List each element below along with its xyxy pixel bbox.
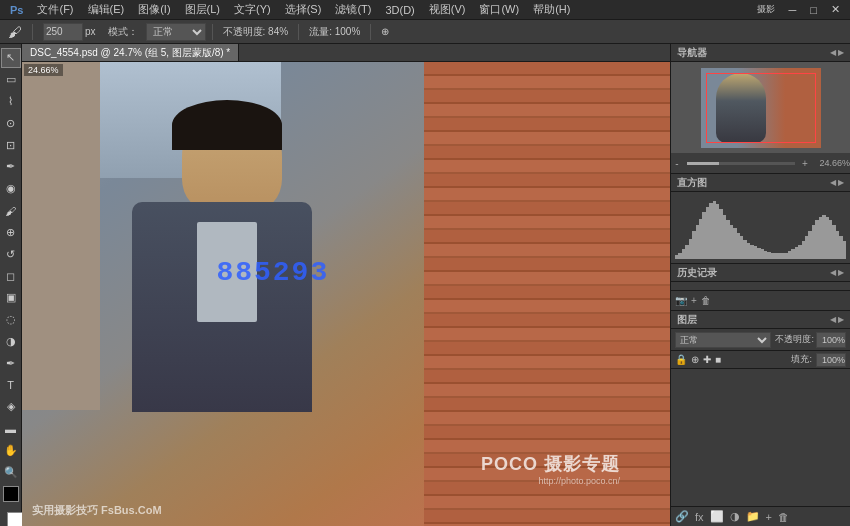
path-tool[interactable]: ◈ [1,397,21,417]
hist-panel-arrow-right[interactable]: ▶ [838,268,844,277]
airbrush-btn[interactable]: ⊕ [377,24,393,39]
layers-arrows: ◀ ▶ [830,315,844,324]
menu-bar: Ps 文件(F) 编辑(E) 图像(I) 图层(L) 文字(Y) 选择(S) 滤… [0,0,850,20]
histogram-content [671,192,850,263]
zoom-in-btn[interactable]: + [799,158,811,169]
clone-tool[interactable]: ⊕ [1,223,21,243]
nav-view-box [706,73,816,143]
poco-url-text: http://photo.poco.cn/ [538,476,620,486]
brush-size-unit: px [85,26,96,37]
pen-tool[interactable]: ✒ [1,353,21,373]
layer-mask-btn[interactable]: ⬜ [710,510,724,523]
layer-link-btn[interactable]: 🔗 [675,510,689,523]
navigator-header: 导航器 ◀ ▶ [671,44,850,62]
eyedropper-tool[interactable]: ✒ [1,157,21,177]
selection-tool[interactable]: ▭ [1,70,21,90]
histogram-bars [675,196,846,259]
menu-help[interactable]: 帮助(H) [527,0,576,19]
layer-adj-btn[interactable]: ◑ [730,510,740,523]
menu-ps[interactable]: Ps [4,2,29,18]
layer-group-btn[interactable]: 📁 [746,510,760,523]
crop-tool[interactable]: ⊡ [1,135,21,155]
hist-arrow-left[interactable]: ◀ [830,178,836,187]
histogram-panel: 直方图 ◀ ▶ [671,174,850,264]
nav-arrow-right[interactable]: ▶ [838,48,844,57]
navigator-zoom-bar: - + 24.66% [671,153,850,173]
menu-window[interactable]: 窗口(W) [473,0,525,19]
opacity-label: 不透明度: 84% [219,23,293,41]
navigator-content[interactable] [671,62,850,153]
blend-mode-select[interactable]: 正常 溶解 正片叠底 [146,23,206,41]
layers-header: 图层 ◀ ▶ [671,311,850,329]
navigator-title: 导航器 [677,46,707,60]
layer-delete-btn[interactable]: 🗑 [778,511,789,523]
foreground-color[interactable] [3,486,19,502]
layers-fill-row: 🔒 ⊕ ✚ ■ 填充: [671,351,850,369]
menu-view[interactable]: 视图(V) [423,0,472,19]
layers-fill-input[interactable] [816,353,846,367]
photo-background: 885293 POCO 摄影专题 http://photo.poco.cn/ 实… [22,62,670,526]
lasso-tool[interactable]: ⌇ [1,92,21,112]
history-new-btn[interactable]: + [691,295,697,306]
layers-arrow-right[interactable]: ▶ [838,315,844,324]
hist-arrow-right[interactable]: ▶ [838,178,844,187]
person-figure [52,92,422,412]
background-color[interactable] [7,512,23,526]
history-header: 历史记录 ◀ ▶ [671,264,850,282]
shape-tool[interactable]: ▬ [1,419,21,439]
history-snapshot-btn[interactable]: 📷 [675,295,687,306]
layers-blend-toolbar: 正常 溶解 正片叠底 不透明度: [671,329,850,351]
layers-arrow-left[interactable]: ◀ [830,315,836,324]
move-tool[interactable]: ↖ [1,48,21,68]
document-tab[interactable]: DSC_4554.psd @ 24.7% (组 5, 图层蒙版/8) * [22,44,239,61]
maximize-btn[interactable]: □ [804,2,823,18]
menu-edit[interactable]: 编辑(E) [82,0,131,19]
zoom-out-btn[interactable]: - [671,158,683,169]
layer-blend-select[interactable]: 正常 溶解 正片叠底 [675,332,771,348]
menu-layer[interactable]: 图层(L) [179,0,226,19]
blur-tool[interactable]: ◌ [1,310,21,330]
workspace-btn[interactable]: 摄影 [751,1,781,18]
gradient-tool[interactable]: ▣ [1,288,21,308]
layers-lock-icon: 🔒 [675,354,687,365]
toolbar-separator-4 [370,24,371,40]
layers-opacity-label: 不透明度: [775,333,814,346]
eraser-tool[interactable]: ◻ [1,266,21,286]
menu-text[interactable]: 文字(Y) [228,0,277,19]
hand-tool[interactable]: ✋ [1,441,21,461]
history-delete-btn[interactable]: 🗑 [701,295,711,306]
histogram-bar [843,241,846,259]
menu-image[interactable]: 图像(I) [132,0,176,19]
layers-opacity-row: 不透明度: [775,332,846,348]
menu-3d[interactable]: 3D(D) [379,2,420,18]
layers-panel: 图层 ◀ ▶ 正常 溶解 正片叠底 不透明度: 🔒 ⊕ [671,311,850,526]
layer-fx-btn[interactable]: fx [695,511,704,523]
close-btn[interactable]: ✕ [825,1,846,18]
zoom-percent-display: 24.66% [815,158,850,168]
brush-size-label: px [39,21,100,43]
spot-heal-tool[interactable]: ◉ [1,179,21,199]
dodge-tool[interactable]: ◑ [1,332,21,352]
menu-file[interactable]: 文件(F) [31,0,79,19]
options-bar: 🖌 px 模式： 正常 溶解 正片叠底 不透明度: 84% 流量: 100% ⊕ [0,20,850,44]
quick-select-tool[interactable]: ⊙ [1,113,21,133]
nav-arrow-left[interactable]: ◀ [830,48,836,57]
flow-label: 流量: 100% [305,23,364,41]
layer-new-btn[interactable]: + [766,511,772,523]
toolbar-separator-1 [32,24,33,40]
menu-select[interactable]: 选择(S) [279,0,328,19]
menu-filter[interactable]: 滤镜(T) [329,0,377,19]
layers-opacity-input[interactable] [816,332,846,348]
minimize-btn[interactable]: ─ [783,2,803,18]
brush-size-input[interactable] [43,23,83,41]
selection-numbers: 885293 [216,257,329,288]
photo-canvas[interactable]: 885293 POCO 摄影专题 http://photo.poco.cn/ 实… [22,62,670,526]
hist-panel-arrow-left[interactable]: ◀ [830,268,836,277]
text-tool[interactable]: T [1,375,21,395]
zoom-tool[interactable]: 🔍 [1,462,21,482]
history-brush-tool[interactable]: ↺ [1,244,21,264]
brush-tool[interactable]: 🖌 [1,201,21,221]
zoom-slider[interactable] [687,162,795,165]
poco-watermark: POCO 摄影专题 http://photo.poco.cn/ [481,452,620,486]
toolbar-separator-2 [212,24,213,40]
